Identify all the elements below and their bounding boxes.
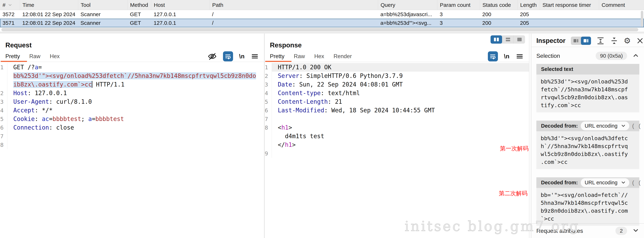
line-number: 8 [264,123,272,132]
selected-text-value[interactable]: bb%253d'"><svg/onload%253d fetch`//5hna3… [536,74,639,112]
column-header[interactable]: Path [210,0,378,10]
word-wrap-toggle-button[interactable] [223,51,233,61]
code-line[interactable]: 7 [0,132,264,141]
table-cell: 205 [518,10,540,19]
column-header[interactable]: Status code [480,0,518,10]
response-tab-pretty[interactable]: Pretty [270,53,284,60]
newline-characters-icon[interactable]: \n [504,53,510,60]
clipped-action-icons[interactable]: ( ( [632,123,642,129]
table-horizontal-scrollbar-thumb[interactable] [2,28,638,31]
clipped-action-icons[interactable]: ( ( [632,179,642,186]
code-line[interactable]: 7 [264,115,529,123]
line-number [0,80,7,89]
table-header-row: #TimeToolMethodHostPathQueryParam countS… [0,0,644,10]
table-splitter[interactable] [0,32,644,33]
code-text: </h1> [272,141,529,149]
line-number: 2 [264,72,272,80]
table-row[interactable]: 357112:08:01 22 Sep 2024ScannerGET127.0.… [0,19,644,27]
layout-rows-button[interactable] [502,35,514,44]
request-menu-icon[interactable] [251,52,259,60]
table-cell: Scanner [78,10,128,19]
table-cell: 205 [518,19,540,27]
column-header[interactable]: Param count [437,0,480,10]
response-editor[interactable]: 1HTTP/1.0 200 OK2Server: SimpleHTTP/0.6 … [264,63,529,158]
active-tab-underline [1,61,27,62]
chevron-down-icon[interactable] [632,227,639,235]
dock-right-button[interactable] [581,37,591,45]
response-menu-icon[interactable] [516,52,524,60]
column-header[interactable]: Method [128,0,151,10]
encoding-dropdown-value: URL encoding [585,180,618,186]
code-line[interactable]: 3Date: Sun, 22 Sep 2024 04:08:01 GMT [264,80,529,89]
column-header[interactable]: Time [20,0,78,10]
table-horizontal-scrollbar-track[interactable] [0,27,644,32]
column-header[interactable]: Comment [599,0,642,10]
chevron-down-icon [621,180,626,185]
code-line[interactable]: bb%253d'"><svg/onload%253dfetch`//5hna3n… [0,72,264,80]
decoded-value-1[interactable]: bb%3d'"><svg/onload%3dfetc h`//5hna3nw7k… [536,131,639,169]
code-text: HTTP/1.0 200 OK [272,63,529,72]
table-cell [540,10,599,19]
line-number [0,72,7,80]
code-line[interactable]: 5Cookie: ac=bbbbtest; a=bbbbtest [0,115,264,123]
response-tab-hex[interactable]: Hex [314,53,324,60]
response-tab-raw[interactable]: Raw [294,53,305,60]
newline-characters-icon[interactable]: \n [239,53,245,60]
code-line[interactable]: d4m1ts test [264,132,529,141]
dock-left-button[interactable] [571,37,581,45]
expand-all-icon[interactable] [596,37,605,45]
collapse-all-icon[interactable] [610,37,618,45]
layout-single-button[interactable] [514,35,525,44]
response-tab-render[interactable]: Render [334,53,352,60]
code-text [272,149,529,158]
code-line[interactable]: ib8zx\.oastify.com`>cc HTTP/1.1 [0,80,264,89]
code-line[interactable]: 4Accept: */* [0,106,264,115]
request-editor[interactable]: 1GET /?a=bb%253d'"><svg/onload%253dfetch… [0,63,264,149]
request-tab-pretty[interactable]: Pretty [6,53,20,60]
code-line[interactable]: 4Content-type: text/html [264,89,529,97]
request-tab-hex[interactable]: Hex [50,53,60,60]
column-header[interactable]: Tool [78,0,128,10]
code-line[interactable]: 6Last-Modified: Wed, 18 Sep 2024 10:44:5… [264,106,529,115]
line-number [264,132,272,141]
encoding-dropdown[interactable]: URL encoding [581,122,630,130]
code-line[interactable]: </h1> [264,141,529,149]
column-header[interactable]: Query [378,0,437,10]
request-attributes-badge: 2 [616,227,627,235]
code-text: d4m1ts test [272,132,529,141]
word-wrap-toggle-button[interactable] [488,51,498,61]
response-vertical-scrollbar[interactable] [529,33,531,238]
code-line[interactable]: 8 [0,141,264,149]
column-header[interactable]: Length [518,0,540,10]
column-header[interactable]: # [0,0,20,10]
column-header[interactable]: Host [151,0,210,10]
burp-suite-window: #TimeToolMethodHostPathQueryParam countS… [0,0,644,238]
table-vertical-scrollbar[interactable] [641,11,643,26]
code-line[interactable]: 3User-Agent: curl/8.1.0 [0,97,264,106]
request-tab-raw[interactable]: Raw [29,53,40,60]
code-text: <h1> [272,123,529,132]
selection-section-header[interactable]: Selection 90 (0x5a) [533,50,639,61]
line-number: 3 [0,97,7,106]
column-header[interactable]: Start response timer [540,0,599,10]
code-line[interactable]: 2Host: 127.0.0.1 [0,89,264,97]
code-line[interactable]: 8<h1> [264,123,529,132]
close-icon[interactable] [636,37,644,44]
encoding-dropdown[interactable]: URL encoding [581,178,630,187]
code-line[interactable]: 5Content-Length: 21 [264,97,529,106]
code-text: Host: 127.0.0.1 [7,89,264,97]
layout-columns-button[interactable] [490,35,502,44]
line-number: 5 [0,115,7,123]
code-text: Last-Modified: Wed, 18 Sep 2024 10:44:55… [272,106,529,115]
chevron-down-icon [621,123,626,129]
table-cell [599,10,642,19]
code-line[interactable]: 1GET /?a= [0,63,264,72]
code-line[interactable]: 1HTTP/1.0 200 OK [264,63,529,72]
gear-icon[interactable]: ⚙ [624,37,631,45]
table-row[interactable]: 357212:08:01 22 Sep 2024ScannerGET127.0.… [0,10,644,19]
hide-hidden-data-icon[interactable] [208,52,217,61]
chevron-up-icon[interactable] [632,52,639,60]
code-line[interactable]: 9 [264,149,529,158]
code-line[interactable]: 2Server: SimpleHTTP/0.6 Python/3.7.9 [264,72,529,80]
code-line[interactable]: 6Connection: close [0,123,264,132]
